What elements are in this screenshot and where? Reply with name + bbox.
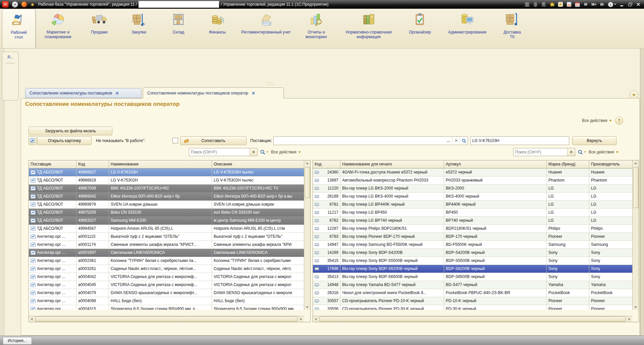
calendar-icon[interactable]: 31 <box>574 1 580 7</box>
table-row[interactable]: 14948Blu-ray плеер Yamaha BD-S477 черный… <box>313 281 632 289</box>
section-pallet-boxes[interactable]: Закупки <box>120 9 158 48</box>
scroll-up-icon[interactable] <box>633 160 638 166</box>
table-row[interactable]: ТД АБСОЛЮТ49966827LG V-K76103HLG V-K7610… <box>29 168 304 177</box>
add-favorite-icon[interactable] <box>549 1 555 7</box>
table-row[interactable]: 6782Blu-ray плеер LG BP740 черныйBP740 ч… <box>313 217 632 225</box>
table-row[interactable]: 14947Blu-ray плеер Samsung BD-F5500K чер… <box>313 241 632 249</box>
table-row[interactable]: 6783Blu-ray плеер Pioneer BDP-170 черный… <box>313 233 632 241</box>
clear-field-icon[interactable]: ✕ <box>452 137 460 145</box>
open-list-magnifier-icon[interactable] <box>460 137 468 145</box>
left-vertical-scrollbar[interactable] <box>304 160 310 310</box>
right-search-options-button[interactable] <box>578 150 586 155</box>
print-icon[interactable] <box>532 1 538 7</box>
section-delivery-truck[interactable]: Продажи <box>80 9 118 48</box>
table-row[interactable]: Англетер.орг ...a0004042VICTORIA Сиденье… <box>29 273 304 281</box>
scroll-thumb[interactable] <box>633 167 639 208</box>
left-search-options-button[interactable] <box>260 150 268 155</box>
column-header[interactable]: Наименование <box>109 160 212 168</box>
table-row[interactable]: 35415Blu-ray плеер Sony BDP-S5500B черны… <box>313 257 632 265</box>
table-row[interactable]: 26169Blu-ray плеер LG BKS-4000 черныйBKS… <box>313 193 632 201</box>
match-button[interactable]: Сопоставить <box>180 136 247 145</box>
section-ledger[interactable]: Регламентированный учет <box>237 9 294 48</box>
restore-button[interactable] <box>627 1 633 7</box>
info-button[interactable]: i <box>608 1 616 7</box>
table-row[interactable]: 17696Blu-ray плеер Sony BDP-S6200B черны… <box>313 265 632 273</box>
column-header[interactable]: Наименование для печати <box>340 160 444 168</box>
left-all-actions-button[interactable]: Все действия <box>271 150 301 154</box>
help-button[interactable]: ? <box>615 117 623 125</box>
table-row[interactable]: 243604G/Wi-Fi-точка доступа Huawei e5372… <box>313 168 632 177</box>
right-horizontal-scrollbar[interactable] <box>313 316 632 322</box>
favorites-star-icon[interactable]: ★ <box>30 2 35 7</box>
quick-access-button[interactable] <box>21 1 27 7</box>
main-menu-button[interactable] <box>12 1 18 8</box>
section-chart-magnifier[interactable]: Отчеты и мониторинг <box>297 9 336 48</box>
clear-search-icon[interactable]: ✕ <box>567 148 575 156</box>
scroll-left-icon[interactable] <box>313 317 319 322</box>
section-coins[interactable]: Финансы <box>199 9 235 48</box>
favorites-list-icon[interactable] <box>557 1 564 7</box>
close-icon[interactable]: ✕ <box>115 91 119 96</box>
scroll-thumb[interactable] <box>35 317 298 322</box>
table-row[interactable]: Англетер.орг ...a0004315Showerama 8-5 За… <box>29 305 304 310</box>
close-button[interactable] <box>635 1 641 7</box>
tab-matching-suppliers[interactable]: Сопоставление номенклатуры поставщиков ✕ <box>25 88 142 98</box>
left-search-input[interactable] <box>189 148 250 156</box>
section-warehouse-shelf[interactable]: Склад <box>160 9 197 48</box>
scroll-down-icon[interactable] <box>304 304 310 310</box>
tab-matching-suppliers-operator[interactable]: Сопоставление номенклатуры поставщиков о… <box>143 87 284 98</box>
table-row[interactable]: ТД АБСОЛЮТ49966828LG V-K75302HLG V-K7530… <box>29 177 304 185</box>
quick-search-input[interactable] <box>470 136 569 145</box>
left-horizontal-scrollbar[interactable] <box>29 316 304 322</box>
table-row[interactable]: 11217Blu-ray плеер LG BP450BP450LGLG <box>313 209 632 217</box>
right-search-input[interactable] <box>514 148 567 156</box>
column-header[interactable]: Артикул <box>444 160 547 168</box>
scroll-right-icon[interactable] <box>627 317 632 322</box>
table-row[interactable]: ТД АБСОЛЮТ49994567Hotpoint-Ariston ARUSL… <box>29 225 304 233</box>
open-card-button[interactable]: Открыть карточку <box>37 136 92 145</box>
table-row[interactable]: 13897Автомобильный компрессор Phantom PH… <box>313 177 632 185</box>
table-row[interactable]: ТД АБСОЛЮТ49975205Beko CN 333100хол Beko… <box>29 209 304 217</box>
table-row[interactable]: 11220Blu-ray плеер LG BKS-2000 черныйBKS… <box>313 185 632 193</box>
table-row[interactable]: Англетер.орг ...a0001174Сменные элементы… <box>29 241 304 249</box>
section-desk-lamp[interactable]: Рабочий стол <box>2 9 36 48</box>
scroll-left-icon[interactable] <box>29 317 35 322</box>
scroll-down-icon[interactable] <box>633 304 638 310</box>
table-row[interactable]: Англетер.орг ...a0004086HALL Биде (бел)H… <box>29 297 304 305</box>
history-button[interactable]: История... <box>3 337 32 345</box>
table-row[interactable]: 35413Blu-ray плеер Sony BDP-S6500B черны… <box>313 273 632 281</box>
section-database-monitor[interactable]: Администрирование <box>441 9 494 48</box>
table-row[interactable]: 6781Blu-ray плеер LG BP440K черныйBP440K… <box>313 201 632 209</box>
supplier-input[interactable] <box>274 137 445 145</box>
table-row[interactable]: Англетер.орг ...a0001115Выкатной пуф с 2… <box>29 233 304 241</box>
table-row[interactable]: Англетер.орг ...a0001697Светильник LINK/… <box>29 249 304 257</box>
table-row[interactable]: 33557CD-проигрыватель Pioneer PD-10-K че… <box>313 297 632 305</box>
table-row[interactable]: Англетер.орг ...a0004045VICTORIA Сиденье… <box>29 281 304 289</box>
table-row[interactable]: 14269Blu-ray плеер Sony BDP-S4200BBDP-S4… <box>313 249 632 257</box>
minimize-button[interactable] <box>619 1 625 7</box>
memory-m-minus-button[interactable]: M- <box>599 1 605 7</box>
open-card-icon-button[interactable] <box>29 136 37 145</box>
scroll-right-icon[interactable] <box>298 317 304 322</box>
table-row[interactable]: Англетер.орг ...a0003261Сиденье Nautic ж… <box>29 265 304 273</box>
save-icon[interactable] <box>524 1 530 7</box>
clear-search-icon[interactable]: ✕ <box>250 148 257 156</box>
table-row[interactable]: Англетер.орг ...a0002361Колонна "ТУРИН" … <box>29 257 304 265</box>
section-handtruck-boxes[interactable]: Доставка ТК <box>496 9 529 48</box>
scroll-up-icon[interactable] <box>304 160 310 166</box>
column-header[interactable]: Марка (бренд) <box>547 160 589 168</box>
scroll-thumb[interactable] <box>319 317 626 322</box>
hide-in-work-checkbox[interactable] <box>172 138 178 143</box>
column-header[interactable]: Код <box>76 160 109 168</box>
section-clipboard-check[interactable]: Органайзер <box>401 9 439 48</box>
close-icon[interactable]: ✕ <box>252 91 255 96</box>
right-all-actions-button[interactable]: Все действия <box>589 150 619 154</box>
calculator-icon[interactable] <box>566 1 572 7</box>
choose-ellipsis-button[interactable]: ... <box>445 137 452 145</box>
return-button[interactable]: Вернуть <box>572 136 616 145</box>
section-pie-chart[interactable]: Маркетинг и планирование <box>38 9 78 48</box>
table-row[interactable]: ТД АБСОЛЮТ49969342Elikor Интегра 50П-400… <box>29 193 304 201</box>
scroll-thumb[interactable] <box>305 167 310 198</box>
table-row[interactable]: ТД АБСОЛЮТ49967006BBK 40LEM-1007/FT2C/RU… <box>29 185 304 193</box>
right-vertical-scrollbar[interactable] <box>632 160 639 310</box>
